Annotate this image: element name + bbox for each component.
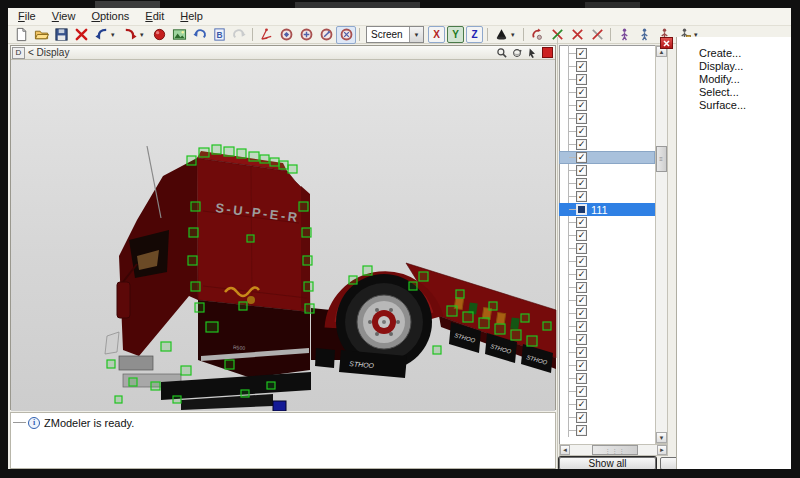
menu-view[interactable]: View: [44, 9, 84, 24]
hierarchy-row[interactable]: ✓: [559, 73, 655, 86]
axes-cross-2-icon[interactable]: [567, 26, 587, 44]
view-orbit-1-icon[interactable]: [276, 26, 296, 44]
hierarchy-row[interactable]: ✓: [559, 242, 655, 255]
visibility-checkbox[interactable]: ✓: [576, 256, 587, 267]
dropdown-caret-icon[interactable]: ▾: [140, 27, 149, 43]
cone-3d-icon[interactable]: [491, 26, 511, 44]
menu-file[interactable]: File: [10, 9, 44, 24]
hierarchy-row[interactable]: ✓: [559, 177, 655, 190]
visibility-checkbox[interactable]: ✓: [576, 230, 587, 241]
visibility-checkbox[interactable]: ✓: [576, 87, 587, 98]
save-floppy-icon[interactable]: [51, 26, 71, 44]
scroll-right-icon[interactable]: ►: [657, 445, 667, 455]
horizontal-scroll-thumb[interactable]: ⋮⋮⋮: [592, 445, 638, 455]
hierarchy-row[interactable]: ✓: [559, 151, 655, 164]
views-axis-icon[interactable]: [256, 26, 276, 44]
visibility-checkbox[interactable]: [576, 204, 587, 215]
menu-options[interactable]: Options: [83, 9, 137, 24]
visibility-checkbox[interactable]: ✓: [576, 191, 587, 202]
undo-arrow-icon[interactable]: [189, 26, 209, 44]
hierarchy-row[interactable]: ✓: [559, 99, 655, 112]
visibility-checkbox[interactable]: ✓: [576, 295, 587, 306]
context-menu-create[interactable]: Create...: [699, 47, 791, 60]
visibility-checkbox[interactable]: ✓: [576, 165, 587, 176]
axes-cross-3-icon[interactable]: [587, 26, 607, 44]
visibility-checkbox[interactable]: ✓: [576, 139, 587, 150]
hierarchy-row[interactable]: ✓: [559, 125, 655, 138]
hierarchy-row[interactable]: ✓: [559, 385, 655, 398]
scroll-down-icon[interactable]: ▼: [656, 432, 667, 443]
screen-view-dropdown[interactable]: Screen▼: [366, 26, 424, 43]
pointer-icon[interactable]: [525, 47, 538, 58]
visibility-checkbox[interactable]: ✓: [576, 373, 587, 384]
open-folder-icon[interactable]: [31, 26, 51, 44]
visibility-checkbox[interactable]: ✓: [576, 74, 587, 85]
axis-x-button[interactable]: X: [428, 26, 445, 43]
hierarchy-row[interactable]: ✓: [559, 86, 655, 99]
visibility-checkbox[interactable]: ✓: [576, 360, 587, 371]
visibility-checkbox[interactable]: ✓: [576, 61, 587, 72]
menu-edit[interactable]: Edit: [137, 9, 172, 24]
axis-y-button[interactable]: Y: [447, 26, 464, 43]
hierarchy-row[interactable]: ✓: [559, 359, 655, 372]
hierarchy-row[interactable]: ✓: [559, 138, 655, 151]
redo-arrow-icon[interactable]: [229, 26, 249, 44]
hierarchy-row[interactable]: ✓: [559, 346, 655, 359]
hierarchy-row[interactable]: ✓: [559, 229, 655, 242]
viewport-mode-button[interactable]: D: [12, 47, 25, 59]
figure-1-icon[interactable]: [614, 26, 634, 44]
active-viewport-indicator[interactable]: [542, 47, 553, 58]
hierarchy-row[interactable]: ✓: [559, 333, 655, 346]
scroll-left-icon[interactable]: ◄: [560, 445, 570, 455]
viewport-canvas[interactable]: STHOO STHOO STHOO: [11, 60, 555, 411]
visibility-checkbox[interactable]: ✓: [576, 386, 587, 397]
visibility-checkbox[interactable]: ✓: [576, 113, 587, 124]
view-orbit-4-icon[interactable]: [336, 26, 356, 44]
visibility-checkbox[interactable]: ✓: [576, 100, 587, 111]
close-panel-button[interactable]: [660, 37, 673, 49]
hierarchy-row[interactable]: ✓: [559, 320, 655, 333]
visibility-checkbox[interactable]: ✓: [576, 425, 587, 436]
view-orbit-2-icon[interactable]: [296, 26, 316, 44]
notes-b-icon[interactable]: B: [209, 26, 229, 44]
hierarchy-row[interactable]: 111: [559, 203, 655, 216]
context-menu-modify[interactable]: Modify...: [699, 73, 791, 86]
visibility-checkbox[interactable]: ✓: [576, 308, 587, 319]
visibility-checkbox[interactable]: ✓: [576, 269, 587, 280]
import-arrow-icon[interactable]: [91, 26, 111, 44]
hierarchy-row[interactable]: ✓: [559, 424, 655, 437]
hierarchy-row[interactable]: ✓: [559, 307, 655, 320]
new-file-icon[interactable]: [11, 26, 31, 44]
visibility-checkbox[interactable]: ✓: [576, 334, 587, 345]
visibility-checkbox[interactable]: ✓: [576, 243, 587, 254]
visibility-checkbox[interactable]: ✓: [576, 217, 587, 228]
menu-help[interactable]: Help: [172, 9, 211, 24]
context-menu-display[interactable]: Display...: [699, 60, 791, 73]
hierarchy-row[interactable]: ✓: [559, 411, 655, 424]
dropdown-caret-icon[interactable]: ▾: [111, 27, 120, 43]
rotate-swirl-icon[interactable]: [527, 26, 547, 44]
orbit-icon[interactable]: [510, 47, 523, 58]
visibility-checkbox[interactable]: ✓: [576, 399, 587, 410]
export-arrow-icon[interactable]: [120, 26, 140, 44]
view-orbit-3-icon[interactable]: [316, 26, 336, 44]
hierarchy-row[interactable]: ✓: [559, 112, 655, 125]
chevron-down-icon[interactable]: ▼: [409, 27, 423, 42]
axis-z-button[interactable]: Z: [466, 26, 483, 43]
hierarchy-row[interactable]: ✓: [559, 60, 655, 73]
figure-2-icon[interactable]: [634, 26, 654, 44]
visibility-checkbox[interactable]: ✓: [576, 282, 587, 293]
hierarchy-row[interactable]: ✓: [559, 190, 655, 203]
hierarchy-row[interactable]: ✓: [559, 294, 655, 307]
hierarchy-row[interactable]: ✓: [559, 372, 655, 385]
visibility-checkbox[interactable]: ✓: [576, 412, 587, 423]
visibility-checkbox[interactable]: ✓: [576, 152, 587, 163]
horizontal-scrollbar[interactable]: ◄ ⋮⋮⋮ ►: [559, 444, 668, 456]
hierarchy-row[interactable]: ✓: [559, 216, 655, 229]
hierarchy-row[interactable]: ✓: [559, 398, 655, 411]
visibility-checkbox[interactable]: ✓: [576, 48, 587, 59]
show-all-button[interactable]: Show all: [559, 457, 656, 470]
texture-image-icon[interactable]: [169, 26, 189, 44]
vertical-scroll-thumb[interactable]: ≡: [656, 146, 667, 172]
hierarchy-row[interactable]: ✓: [559, 255, 655, 268]
